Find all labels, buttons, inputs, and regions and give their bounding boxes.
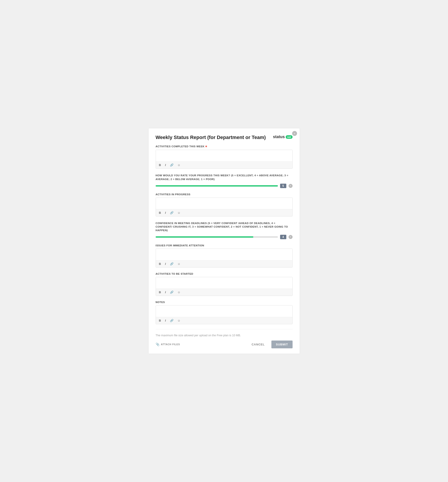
bold-button-5[interactable]: B — [158, 319, 162, 322]
link-button-3[interactable]: 🔗 — [169, 262, 174, 266]
close-button[interactable]: × — [292, 131, 297, 136]
link-icon-5: 🔗 — [170, 319, 173, 322]
link-icon-3: 🔗 — [170, 262, 173, 265]
activities-in-progress-section: ACTIVITIES IN PROGRESS B I 🔗 ☺ — [156, 193, 293, 217]
activities-completed-input[interactable] — [156, 150, 292, 161]
link-icon-1: 🔗 — [170, 163, 173, 167]
issues-toolbar: B I 🔗 ☺ — [156, 260, 292, 267]
italic-button-1[interactable]: I — [164, 163, 167, 167]
modal-footer: 📎 ATTACH FILES CANCEL SUBMIT — [156, 340, 293, 348]
activities-in-progress-toolbar: B I 🔗 ☺ — [156, 209, 292, 216]
emoji-button-2[interactable]: ☺ — [177, 211, 181, 215]
emoji-button-3[interactable]: ☺ — [177, 262, 181, 266]
modal-header: Weekly Status Report (for Department or … — [156, 135, 293, 140]
activities-completed-label: ACTIVITIES COMPLETED THIS WEEK★ — [156, 145, 293, 148]
emoji-icon-1: ☺ — [178, 163, 181, 167]
emoji-icon-2: ☺ — [178, 211, 181, 214]
cancel-button[interactable]: CANCEL — [248, 340, 268, 348]
brand-logo: status net — [273, 135, 293, 139]
bold-button-1[interactable]: B — [158, 163, 162, 167]
brand-badge: net — [286, 135, 293, 139]
issues-section: ISSUES FOR IMMEDIATE ATTENTION B I 🔗 ☺ — [156, 244, 293, 268]
progress-rating-label: HOW WOULD YOU RATE YOUR PROGRESS THIS WE… — [156, 174, 293, 181]
activities-completed-toolbar: B I 🔗 ☺ — [156, 161, 292, 169]
attach-label: ATTACH FILES — [161, 343, 180, 346]
upload-note: The maximum file size allowed per upload… — [156, 334, 293, 337]
confidence-fill — [156, 236, 253, 238]
emoji-button-4[interactable]: ☺ — [177, 290, 181, 294]
issues-label: ISSUES FOR IMMEDIATE ATTENTION — [156, 244, 293, 247]
italic-button-5[interactable]: I — [164, 319, 167, 322]
link-button-4[interactable]: 🔗 — [169, 290, 174, 294]
confidence-track[interactable] — [156, 236, 278, 238]
brand-name: status — [273, 135, 285, 139]
link-button-2[interactable]: 🔗 — [169, 211, 174, 215]
attach-files-button[interactable]: 📎 ATTACH FILES — [156, 343, 180, 346]
modal-overlay: × Weekly Status Report (for Department o… — [148, 128, 300, 354]
confidence-section: CONFIDENCE IN MEETING DEADLINES (5 = VER… — [156, 221, 293, 239]
italic-button-3[interactable]: I — [164, 262, 167, 266]
progress-rating-track[interactable] — [156, 185, 278, 186]
link-button-1[interactable]: 🔗 — [169, 163, 174, 167]
notes-section: NOTES B I 🔗 ☺ — [156, 301, 293, 324]
activities-completed-editor[interactable]: B I 🔗 ☺ — [156, 150, 293, 169]
emoji-icon-4: ☺ — [178, 290, 181, 294]
activities-in-progress-input[interactable] — [156, 198, 292, 209]
progress-rating-clear[interactable]: × — [289, 184, 293, 188]
confidence-clear[interactable]: × — [289, 235, 293, 239]
confidence-label: CONFIDENCE IN MEETING DEADLINES (5 = VER… — [156, 221, 293, 232]
progress-rating-value: 5 — [280, 184, 286, 188]
emoji-icon-3: ☺ — [178, 262, 181, 265]
emoji-button-1[interactable]: ☺ — [177, 163, 181, 167]
modal-title: Weekly Status Report (for Department or … — [156, 135, 266, 140]
required-indicator: ★ — [205, 145, 207, 148]
link-icon-4: 🔗 — [170, 290, 173, 294]
notes-editor[interactable]: B I 🔗 ☺ — [156, 305, 293, 324]
issues-input[interactable] — [156, 249, 292, 260]
activities-to-start-input[interactable] — [156, 277, 292, 289]
emoji-icon-5: ☺ — [178, 319, 181, 322]
paperclip-icon: 📎 — [156, 343, 160, 346]
confidence-slider-row: 4 × — [156, 235, 293, 239]
issues-editor[interactable]: B I 🔗 ☺ — [156, 249, 293, 268]
progress-rating-slider-row: 5 × — [156, 184, 293, 188]
italic-button-2[interactable]: I — [164, 211, 167, 215]
activities-to-start-toolbar: B I 🔗 ☺ — [156, 289, 292, 296]
activities-to-start-editor[interactable]: B I 🔗 ☺ — [156, 277, 293, 296]
italic-button-4[interactable]: I — [164, 290, 167, 294]
notes-toolbar: B I 🔗 ☺ — [156, 317, 292, 324]
activities-in-progress-label: ACTIVITIES IN PROGRESS — [156, 193, 293, 196]
notes-label: NOTES — [156, 301, 293, 304]
confidence-value: 4 — [280, 235, 286, 239]
submit-button[interactable]: SUBMIT — [271, 340, 293, 348]
bold-button-2[interactable]: B — [158, 211, 162, 215]
activities-completed-section: ACTIVITIES COMPLETED THIS WEEK★ B I 🔗 ☺ — [156, 145, 293, 169]
bold-button-3[interactable]: B — [158, 262, 162, 266]
activities-in-progress-editor[interactable]: B I 🔗 ☺ — [156, 198, 293, 217]
progress-rating-fill — [156, 185, 278, 186]
emoji-button-5[interactable]: ☺ — [177, 319, 181, 322]
link-button-5[interactable]: 🔗 — [169, 319, 174, 322]
link-icon-2: 🔗 — [170, 211, 173, 214]
bold-button-4[interactable]: B — [158, 290, 162, 294]
notes-input[interactable] — [156, 305, 292, 317]
modal: × Weekly Status Report (for Department o… — [148, 128, 300, 354]
progress-rating-section: HOW WOULD YOU RATE YOUR PROGRESS THIS WE… — [156, 174, 293, 188]
activities-to-start-label: ACTIVITIES TO BE STARTED — [156, 273, 293, 275]
footer-actions: CANCEL SUBMIT — [248, 340, 292, 348]
activities-to-start-section: ACTIVITIES TO BE STARTED B I 🔗 ☺ — [156, 273, 293, 296]
